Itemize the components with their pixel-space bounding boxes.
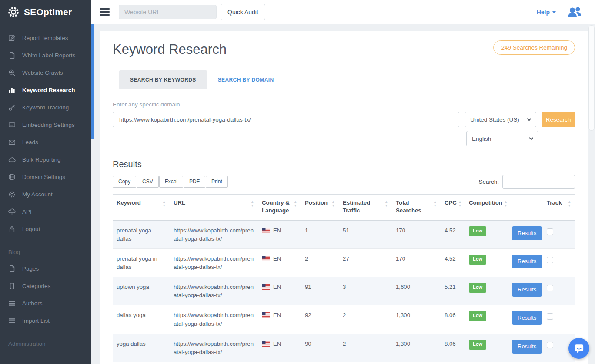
help-menu[interactable]: Help <box>537 9 556 16</box>
sidebar-item-label: Pages <box>22 265 39 272</box>
track-checkbox[interactable] <box>547 313 553 320</box>
column-header-position[interactable]: Position▲▼ <box>301 195 339 221</box>
sidebar-item-label: Domain Settings <box>22 174 65 180</box>
sidebar-item-embedding-settings[interactable]: Embedding Settings <box>0 116 91 133</box>
sidebar-item-logout[interactable]: Logout <box>0 220 91 238</box>
sort-icon: ▲▼ <box>504 199 507 208</box>
language-select[interactable]: English <box>466 131 538 146</box>
sidebar: SEOptimer Report TemplatesWhite Label Re… <box>0 0 91 364</box>
sidebar-item-pages[interactable]: Pages <box>0 260 91 277</box>
export-pdf-button[interactable]: PDF <box>184 176 205 188</box>
column-header-total-searches[interactable]: Total Searches▲▼ <box>392 195 441 221</box>
sort-icon: ▲▼ <box>568 199 571 208</box>
bookmark-icon <box>8 282 16 290</box>
cpc-cell: 8.06 <box>441 334 465 362</box>
sidebar-item-my-account[interactable]: My Account <box>0 185 91 203</box>
sidebar-item-import-list[interactable]: Import List <box>0 312 91 329</box>
page-scrollbar[interactable] <box>588 24 595 364</box>
results-button[interactable]: Results <box>512 255 542 268</box>
gear-icon <box>8 191 16 198</box>
sidebar-item-label: My Account <box>22 191 53 198</box>
sidebar-item-report-templates[interactable]: Report Templates <box>0 29 91 46</box>
tab-search-by-domain[interactable]: SEARCH BY DOMAIN <box>207 70 285 89</box>
chat-launcher[interactable] <box>568 338 589 359</box>
track-checkbox[interactable] <box>547 285 553 291</box>
website-url-input[interactable] <box>119 5 217 19</box>
search-tabs: SEARCH BY KEYWORDS SEARCH BY DOMAIN <box>119 70 575 89</box>
track-checkbox[interactable] <box>547 257 553 263</box>
sidebar-section-administration: Administration <box>0 329 91 351</box>
results-cell: Results <box>508 305 543 334</box>
track-checkbox[interactable] <box>547 342 553 348</box>
seoptimer-gear-icon <box>7 6 20 19</box>
column-header-competition[interactable]: Competition▲▼ <box>465 195 508 221</box>
table-header-row: Keyword▲▼URL▲▼Country & Language▲▼Positi… <box>113 195 575 221</box>
sidebar-item-authors[interactable]: Authors <box>0 295 91 312</box>
track-cell <box>543 277 575 305</box>
column-header-track[interactable]: Track▲▼ <box>543 195 575 221</box>
column-header-estimated-traffic[interactable]: Estimated Traffic▲▼ <box>339 195 392 221</box>
country-select[interactable]: United States (US) <box>465 112 536 127</box>
export-copy-button[interactable]: Copy <box>113 176 136 188</box>
page-scrollbar-thumb[interactable] <box>588 25 595 131</box>
estimated-traffic-cell: 27 <box>339 248 392 277</box>
cpc-cell: 4.52 <box>441 220 465 248</box>
searches-remaining-badge[interactable]: 249 Searches Remaining <box>493 40 575 55</box>
us-flag-icon <box>262 341 270 349</box>
sidebar-item-label: Embedding Settings <box>22 122 75 128</box>
track-cell <box>543 305 575 334</box>
results-button[interactable]: Results <box>512 340 542 354</box>
sidebar-item-label: Website Crawls <box>22 69 63 76</box>
export-excel-button[interactable]: Excel <box>159 176 183 188</box>
sidebar-item-white-label-reports[interactable]: White Label Reports <box>0 46 91 64</box>
keyword-cell: prenatal yoga in dallas <box>113 248 170 277</box>
column-header-keyword[interactable]: Keyword▲▼ <box>113 195 170 221</box>
domain-input[interactable] <box>113 112 459 127</box>
tab-search-by-keywords[interactable]: SEARCH BY KEYWORDS <box>119 70 207 89</box>
competition-cell: Low <box>465 220 508 248</box>
table-row: prenatal yoga in dallashttps://www.kopab… <box>113 248 575 277</box>
url-cell: https://www.kopabirth.com/prenatal-yoga-… <box>170 220 258 248</box>
table-search-input[interactable] <box>502 175 575 189</box>
export-csv-button[interactable]: CSV <box>137 176 159 188</box>
card-icon <box>8 121 16 129</box>
sidebar-item-domain-settings[interactable]: Domain Settings <box>0 168 91 185</box>
chevron-down-icon <box>552 11 556 13</box>
estimated-traffic-cell: 2 <box>339 334 392 362</box>
us-flag-icon <box>262 312 270 320</box>
sidebar-item-label: Authors <box>22 300 43 307</box>
menu-icon[interactable] <box>100 8 110 16</box>
us-flag-icon <box>262 284 270 292</box>
results-button[interactable]: Results <box>512 283 542 297</box>
sidebar-item-keyword-tracking[interactable]: Keyword Tracking <box>0 99 91 116</box>
sidebar-item-categories[interactable]: Categories <box>0 277 91 295</box>
results-cell: Results <box>508 334 543 362</box>
sidebar-item-api[interactable]: API <box>0 203 91 220</box>
research-button[interactable]: Research <box>542 112 575 127</box>
total-searches-cell: 1,300 <box>392 334 441 362</box>
logout-icon <box>8 225 16 233</box>
column-header-url[interactable]: URL▲▼ <box>170 195 258 221</box>
sort-icon: ▲▼ <box>294 199 297 215</box>
sidebar-item-website-crawls[interactable]: Website Crawls <box>0 64 91 81</box>
sort-icon: ▲▼ <box>163 199 166 208</box>
url-cell: https://www.kopabirth.com/prenatal-yoga-… <box>170 362 258 364</box>
app-logo[interactable]: SEOptimer <box>0 0 91 24</box>
account-users-button[interactable] <box>567 6 582 18</box>
track-checkbox[interactable] <box>547 228 553 235</box>
quick-audit-button[interactable]: Quick Audit <box>221 4 265 20</box>
results-button[interactable]: Results <box>512 226 542 240</box>
competition-badge: Low <box>469 311 486 321</box>
results-button[interactable]: Results <box>512 311 542 325</box>
competition-cell: Low <box>465 277 508 305</box>
sidebar-item-bulk-reporting[interactable]: Bulk Reporting <box>0 151 91 168</box>
sidebar-item-leads[interactable]: Leads <box>0 133 91 151</box>
column-header-country-language[interactable]: Country & Language▲▼ <box>258 195 301 221</box>
column-header-cpc[interactable]: CPC▲▼ <box>441 195 465 221</box>
sidebar-scrollbar-thumb[interactable] <box>91 24 94 139</box>
sidebar-item-keyword-research[interactable]: Keyword Research <box>0 81 91 99</box>
export-print-button[interactable]: Print <box>206 176 228 188</box>
competition-cell: Low <box>465 305 508 334</box>
users-icon <box>567 6 582 18</box>
position-cell: 92 <box>301 305 339 334</box>
